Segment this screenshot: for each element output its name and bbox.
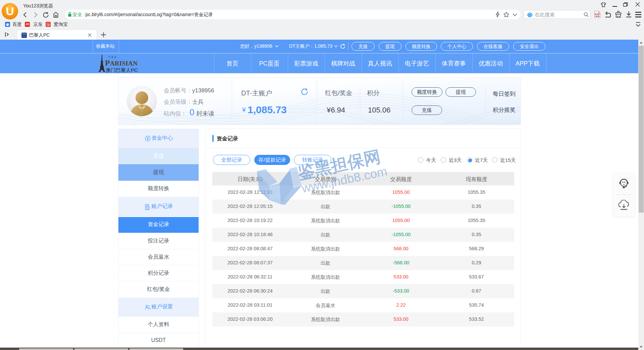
svg-text:PARISIAN: PARISIAN xyxy=(105,58,138,67)
svg-text:du: du xyxy=(529,15,531,17)
svg-text:澳门巴黎人PC: 澳门巴黎人PC xyxy=(106,67,138,73)
svg-text:淘: 淘 xyxy=(47,23,50,26)
svg-text:PDF: PDF xyxy=(595,13,600,15)
